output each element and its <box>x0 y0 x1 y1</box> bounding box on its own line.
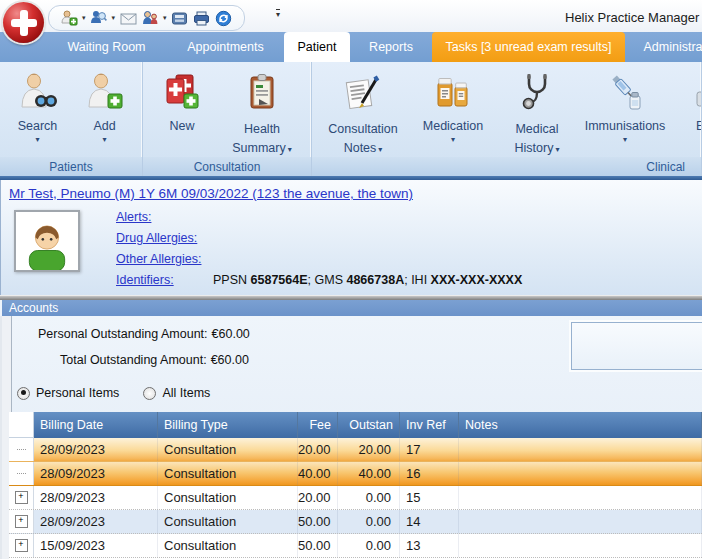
group-label-clinical: Clinical <box>312 157 701 176</box>
ribbon: Search ▾ Add ▾ Patients <box>0 62 702 176</box>
accounts-section-header: Accounts <box>0 300 702 316</box>
medication-icon <box>432 67 474 119</box>
ribbon-group-patients: Search ▾ Add ▾ Patients <box>0 62 143 176</box>
quick-access-toolbar: ▾ ▾ ▾ <box>48 5 245 31</box>
mail-icon[interactable] <box>118 8 138 28</box>
table-row[interactable]: 28/09/2023 Consultation 40.00 40.00 16 <box>9 462 702 486</box>
drug-allergies-link[interactable]: Drug Allergies: <box>116 231 201 252</box>
cell-inv-ref: 15 <box>400 486 459 509</box>
cell-billing-type: Consultation <box>158 486 298 509</box>
cell-fee: 40.00 <box>298 462 338 485</box>
add-patient-icon[interactable] <box>59 8 79 28</box>
cell-billing-type: Consultation <box>158 510 298 533</box>
accounts-panel: Personal Outstanding Amount:€60.00 Total… <box>0 316 702 559</box>
examinations-icon <box>691 67 702 119</box>
patient-summary-link[interactable]: Mr Test, Pneumo (M) 1Y 6M 09/03/2022 (12… <box>9 186 413 201</box>
family-icon[interactable] <box>140 8 160 28</box>
cell-billing-date: 15/09/2023 <box>34 534 158 557</box>
helix-practice-manager-window: ▾ ▾ ▾ ▾ Helix Practice Manager - W <box>0 0 702 559</box>
medical-history-button[interactable]: Medical History▾ <box>496 65 578 156</box>
cell-billing-type: Consultation <box>158 462 298 485</box>
sync-icon[interactable] <box>214 8 234 28</box>
chevron-down-icon: ▾ <box>378 145 382 154</box>
button-label: Medication <box>423 119 483 135</box>
cell-billing-date: 28/09/2023 <box>34 438 158 461</box>
cell-billing-type: Consultation <box>158 534 298 557</box>
column-header-billing-date[interactable]: Billing Date <box>34 412 158 438</box>
table-row[interactable]: 28/09/2023 Consultation 50.00 0.00 14 <box>9 510 702 534</box>
expand-row-button[interactable] <box>15 491 28 504</box>
app-menu-button[interactable] <box>3 2 44 43</box>
tab-appointments[interactable]: Appointments <box>167 32 284 62</box>
personal-outstanding-amount: Personal Outstanding Amount:€60.00 <box>38 327 250 341</box>
group-label-patients: Patients <box>0 157 142 176</box>
expand-row-button[interactable] <box>15 539 28 552</box>
column-header-outstanding[interactable]: Outstan <box>338 412 400 438</box>
row-gutter <box>9 510 34 533</box>
cell-notes <box>459 510 702 533</box>
cell-fee: 20.00 <box>298 438 338 461</box>
tab-administration[interactable]: Administra <box>625 32 702 62</box>
button-label: New <box>169 119 194 135</box>
chevron-down-icon: ▾ <box>555 145 559 154</box>
new-consultation-icon <box>161 67 203 119</box>
expand-column-header <box>9 412 34 438</box>
print-icon[interactable] <box>192 8 212 28</box>
chevron-down-icon: ▾ <box>623 135 627 145</box>
cell-notes <box>459 438 702 461</box>
fax-icon[interactable] <box>170 8 190 28</box>
alerts-link[interactable]: Alerts: <box>116 210 201 231</box>
table-row[interactable]: 28/09/2023 Consultation 20.00 20.00 17 <box>9 438 702 462</box>
cell-fee: 20.00 <box>298 486 338 509</box>
row-gutter <box>9 438 34 461</box>
column-header-fee[interactable]: Fee <box>298 412 338 438</box>
identifiers-link[interactable]: Identifiers: <box>116 273 201 294</box>
filter-all-items[interactable]: All Items <box>143 386 210 400</box>
table-row[interactable]: 15/09/2023 Consultation 50.00 0.00 13 <box>9 534 702 558</box>
filter-personal-items[interactable]: Personal Items <box>17 386 119 400</box>
consultation-notes-button[interactable]: Consultation Notes▾ <box>316 65 410 156</box>
table-row[interactable]: 28/09/2023 Consultation 20.00 0.00 15 <box>9 486 702 510</box>
search-patient-icon <box>17 67 59 119</box>
column-header-inv-ref[interactable]: Inv Ref <box>400 412 459 438</box>
health-summary-icon <box>241 67 283 119</box>
tab-waiting-room[interactable]: Waiting Room <box>46 32 167 62</box>
ribbon-group-consultation: New Health Summary▾ Consultation <box>143 62 312 176</box>
medical-history-icon <box>516 67 558 119</box>
button-label: Health Summary <box>232 122 285 155</box>
add-patient-button[interactable]: Add ▾ <box>71 65 138 145</box>
expand-row-button[interactable] <box>15 515 28 528</box>
health-summary-button[interactable]: Health Summary▾ <box>217 65 307 156</box>
cell-notes <box>459 486 702 509</box>
cell-fee: 50.00 <box>298 534 338 557</box>
cell-notes <box>459 462 702 485</box>
other-allergies-link[interactable]: Other Allergies: <box>116 252 201 273</box>
search-patient-button[interactable]: Search ▾ <box>4 65 71 145</box>
toolbar-overflow-button[interactable]: ▾ <box>276 9 280 19</box>
new-consultation-button[interactable]: New <box>147 65 217 135</box>
button-label: Immunisations <box>585 119 666 135</box>
chevron-down-icon[interactable]: ▾ <box>112 14 116 22</box>
row-gutter <box>9 486 34 509</box>
column-header-billing-type[interactable]: Billing Type <box>158 412 298 438</box>
button-label: Search <box>18 119 58 135</box>
cell-inv-ref: 16 <box>400 462 459 485</box>
cell-outstanding: 0.00 <box>338 486 400 509</box>
ribbon-tabs: Waiting Room Appointments Patient Report… <box>0 32 702 62</box>
find-patient-icon[interactable] <box>89 8 109 28</box>
patient-banner: Mr Test, Pneumo (M) 1Y 6M 09/03/2022 (12… <box>0 180 702 295</box>
cell-inv-ref: 13 <box>400 534 459 557</box>
column-header-notes[interactable]: Notes <box>459 412 702 438</box>
cell-billing-date: 28/09/2023 <box>34 510 158 533</box>
examinations-button[interactable]: Exam ▾ <box>672 65 702 145</box>
chevron-down-icon[interactable]: ▾ <box>82 14 86 22</box>
tree-stub-icon <box>17 449 26 450</box>
tab-tasks[interactable]: Tasks [3 unread exam results] <box>432 32 625 62</box>
tab-reports[interactable]: Reports <box>350 32 432 62</box>
tab-patient[interactable]: Patient <box>284 32 350 62</box>
chevron-down-icon: ▾ <box>451 135 455 145</box>
cell-inv-ref: 14 <box>400 510 459 533</box>
chevron-down-icon[interactable]: ▾ <box>163 14 167 22</box>
medication-button[interactable]: Medication ▾ <box>410 65 496 145</box>
immunisations-button[interactable]: Immunisations ▾ <box>578 65 672 145</box>
